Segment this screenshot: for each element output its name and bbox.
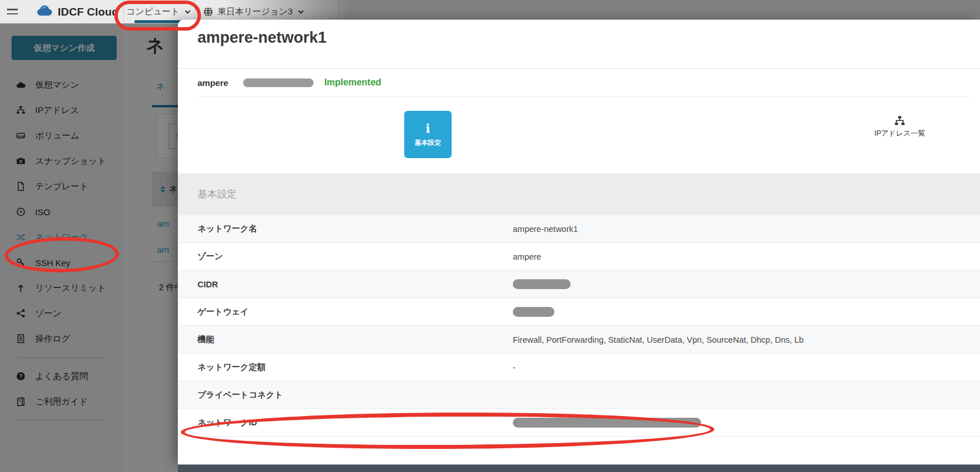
zone-name-label: ampere <box>198 78 228 88</box>
row-label: ネットワーク定額 <box>198 362 513 373</box>
modal-title: ampere-network1 <box>198 29 327 47</box>
network-detail-modal: ampere-network1 ampere Implemented i 基本設… <box>178 20 980 464</box>
row-label: ゲートウェイ <box>198 306 513 317</box>
table-row: プライベートコネクト <box>178 381 980 409</box>
redacted-value <box>513 279 571 289</box>
row-label: ゾーン <box>198 251 513 262</box>
sitemap-icon <box>894 115 906 126</box>
basic-settings-button[interactable]: i 基本設定 <box>404 111 452 158</box>
redacted-value <box>243 78 314 87</box>
globe-icon <box>203 7 213 17</box>
region-menu-label: 東日本リージョン3 <box>218 6 293 17</box>
table-row: ネットワーク名 ampere-network1 <box>178 215 980 243</box>
row-label: ネットワークID <box>198 417 513 428</box>
table-row: ゾーン ampere <box>178 243 980 271</box>
cloud-logo-icon <box>37 5 54 18</box>
row-value: - <box>513 363 516 372</box>
section-header: 基本設定 <box>178 173 980 215</box>
status-badge: Implemented <box>324 77 381 88</box>
service-menu-active-underline <box>135 20 181 23</box>
detail-table: ネットワーク名 ampere-network1 ゾーン ampere CIDR … <box>178 215 980 437</box>
info-icon: i <box>426 122 430 134</box>
row-value: Firewall, PortForwarding, StaticNat, Use… <box>513 335 804 344</box>
table-row: CIDR <box>178 271 980 298</box>
modal-dim-overlay <box>0 24 178 472</box>
brand-logo[interactable]: IDCF Cloud <box>37 5 118 18</box>
service-menu-label: コンピュート <box>126 6 180 17</box>
redacted-value <box>513 418 701 428</box>
table-row: ネットワーク定額 - <box>178 354 980 381</box>
basic-settings-label: 基本設定 <box>415 138 441 147</box>
ip-address-list-button[interactable]: IPアドレス一覧 <box>868 115 931 138</box>
redacted-value <box>513 307 554 317</box>
table-row: 機能 Firewall, PortForwarding, StaticNat, … <box>178 326 980 354</box>
status-row: ampere Implemented <box>198 69 971 97</box>
ip-address-list-label: IPアドレス一覧 <box>874 129 925 138</box>
table-row: ゲートウェイ <box>178 298 980 326</box>
background-footer-strip <box>178 464 980 472</box>
chevron-down-icon <box>184 10 191 14</box>
row-label: ネットワーク名 <box>198 223 513 234</box>
row-label: 機能 <box>198 334 513 345</box>
hamburger-menu-icon[interactable] <box>7 9 18 16</box>
row-value: ampere <box>513 252 541 261</box>
table-row-network-id: ネットワークID <box>178 409 980 437</box>
row-label: CIDR <box>198 280 513 289</box>
brand-name: IDCF Cloud <box>58 6 118 18</box>
row-label: プライベートコネクト <box>198 389 513 400</box>
row-value: ampere-network1 <box>513 224 578 234</box>
chevron-down-icon <box>297 10 304 14</box>
